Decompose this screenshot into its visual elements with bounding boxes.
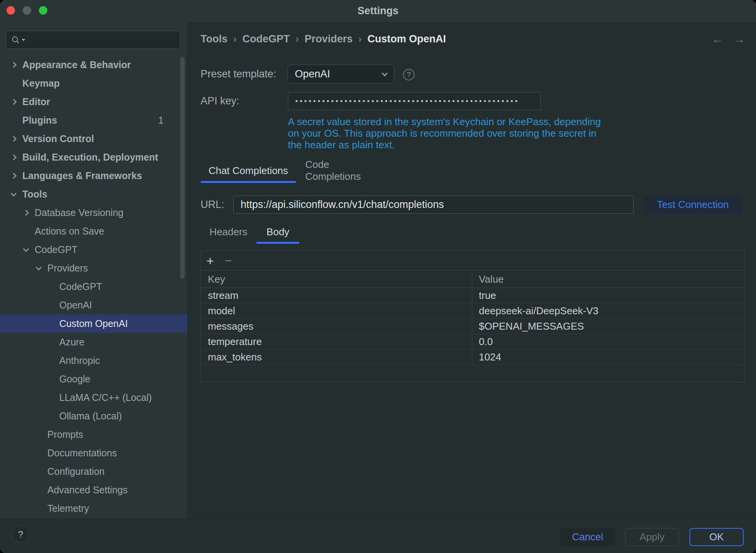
settings-tree: Appearance & BehaviorKeymapEditorPlugins… [0, 55, 187, 518]
sidebar-item-plugins[interactable]: Plugins1 [0, 111, 187, 129]
sidebar-item-codegpt[interactable]: CodeGPT [0, 277, 187, 296]
column-divider [472, 271, 472, 365]
chevron-right-icon[interactable] [22, 211, 35, 215]
sidebar-item-actions-on-save[interactable]: Actions on Save [0, 222, 187, 240]
help-button[interactable]: ? [12, 526, 29, 543]
tab-chat-completions[interactable]: Chat Completions [201, 160, 296, 181]
sidebar-item-prompts[interactable]: Prompts [0, 425, 187, 444]
chevron-right-icon[interactable] [9, 100, 22, 104]
cell-value[interactable]: $OPENAI_MESSAGES [472, 319, 744, 334]
breadcrumb-separator-icon: › [233, 33, 237, 45]
forward-arrow-icon[interactable]: → [733, 32, 745, 46]
sidebar-item-configuration[interactable]: Configuration [0, 462, 187, 481]
table-toolbar: + − [201, 251, 744, 271]
cancel-button[interactable]: Cancel [560, 528, 615, 546]
cell-value[interactable]: true [472, 288, 744, 303]
sidebar-item-label: Tools [22, 189, 47, 200]
sidebar-item-label: Database Versioning [35, 207, 124, 218]
sidebar-item-ollama-local-[interactable]: Ollama (Local) [0, 407, 187, 425]
chevron-right-icon[interactable] [9, 155, 22, 159]
chevron-down-icon[interactable] [22, 248, 35, 251]
sidebar-item-llama-c-c-local-[interactable]: LLaMA C/C++ (Local) [0, 388, 187, 407]
cell-key[interactable]: temperature [201, 334, 472, 349]
breadcrumb-item-providers[interactable]: Providers [304, 33, 353, 45]
settings-search-field[interactable] [6, 31, 181, 49]
sidebar-item-label: Languages & Frameworks [22, 170, 142, 181]
tab-body[interactable]: Body [256, 222, 299, 242]
sidebar-scrollbar-thumb[interactable] [180, 57, 185, 279]
breadcrumb-separator-icon: › [296, 33, 299, 45]
preset-template-label: Preset template: [201, 65, 276, 84]
sidebar-item-label: Prompts [47, 429, 83, 440]
back-arrow-icon[interactable]: ← [711, 32, 724, 46]
sidebar-item-label: CodeGPT [35, 244, 77, 255]
api-key-field[interactable] [288, 92, 541, 110]
sidebar-item-documentations[interactable]: Documentations [0, 444, 187, 462]
sidebar-item-keymap[interactable]: Keymap [0, 74, 187, 92]
sidebar-item-languages-frameworks[interactable]: Languages & Frameworks [0, 166, 187, 185]
url-input[interactable] [233, 196, 634, 214]
breadcrumb-item-tools[interactable]: Tools [201, 33, 227, 45]
tab-code-completions[interactable]: Code Completions [305, 160, 385, 181]
sidebar-item-label: Appearance & Behavior [22, 59, 131, 70]
sidebar-item-azure[interactable]: Azure [0, 333, 187, 351]
search-options-caret-icon[interactable] [22, 39, 25, 41]
sidebar-item-appearance-behavior[interactable]: Appearance & Behavior [0, 55, 187, 74]
cell-value[interactable]: 1024 [472, 350, 744, 365]
sidebar-item-providers[interactable]: Providers [0, 259, 187, 277]
api-key-input[interactable] [295, 97, 526, 106]
breadcrumb: Tools›CodeGPT›Providers›Custom OpenAI [201, 33, 446, 45]
table-row-messages[interactable]: messages$OPENAI_MESSAGES [201, 319, 744, 334]
chevron-right-icon[interactable] [9, 63, 22, 67]
completions-tabs: Chat Completions Code Completions [201, 160, 385, 181]
sidebar-item-label: Telemetry [47, 503, 89, 514]
sidebar-item-label: LLaMA C/C++ (Local) [59, 392, 152, 403]
search-input[interactable] [29, 35, 168, 45]
preset-help-icon[interactable]: ? [403, 69, 415, 80]
sidebar-item-custom-openai[interactable]: Custom OpenAI [0, 314, 187, 333]
sidebar-item-anthropic[interactable]: Anthropic [0, 351, 187, 370]
breadcrumb-item-codegpt[interactable]: CodeGPT [243, 33, 290, 45]
url-label: URL: [201, 196, 224, 214]
add-row-icon[interactable]: + [206, 254, 214, 267]
table-row-model[interactable]: modeldeepseek-ai/DeepSeek-V3 [201, 303, 744, 319]
sidebar-item-codegpt[interactable]: CodeGPT [0, 240, 187, 259]
chevron-down-icon[interactable] [9, 193, 22, 196]
preset-template-select[interactable]: OpenAI [288, 65, 394, 84]
sidebar-item-label: Providers [47, 263, 88, 274]
ok-button[interactable]: OK [689, 528, 744, 546]
sidebar-item-editor[interactable]: Editor [0, 92, 187, 111]
sidebar-item-tools[interactable]: Tools [0, 185, 187, 203]
sidebar-item-advanced-settings[interactable]: Advanced Settings [0, 481, 187, 499]
body-parameters-table: + − Key Value streamtruemodeldeepseek-ai… [201, 250, 744, 382]
cell-key[interactable]: max_tokens [201, 350, 472, 365]
api-key-label: API key: [201, 92, 239, 110]
sidebar-item-google[interactable]: Google [0, 370, 187, 388]
settings-content: Tools›CodeGPT›Providers›Custom OpenAI ← … [188, 22, 756, 519]
sidebar-item-telemetry[interactable]: Telemetry [0, 499, 187, 518]
chevron-right-icon[interactable] [9, 137, 22, 141]
sidebar-item-build-execution-deployment[interactable]: Build, Execution, Deployment [0, 148, 187, 166]
sidebar-item-version-control[interactable]: Version Control [0, 129, 187, 148]
cell-value[interactable]: 0.0 [472, 334, 744, 349]
apply-button[interactable]: Apply [625, 528, 679, 546]
search-icon [12, 36, 20, 44]
chevron-right-icon[interactable] [9, 174, 22, 178]
sidebar-item-label: Configuration [47, 466, 105, 477]
test-connection-button[interactable]: Test Connection [644, 196, 741, 214]
cell-key[interactable]: model [201, 303, 472, 318]
chevron-down-icon[interactable] [34, 267, 47, 270]
tab-headers[interactable]: Headers [201, 222, 256, 242]
cell-key[interactable]: messages [201, 319, 472, 334]
cell-value[interactable]: deepseek-ai/DeepSeek-V3 [472, 303, 744, 318]
table-row-temperature[interactable]: temperature0.0 [201, 334, 744, 350]
sidebar-item-openai[interactable]: OpenAI [0, 296, 187, 314]
column-header-value: Value [472, 271, 744, 288]
sidebar-item-database-versioning[interactable]: Database Versioning [0, 203, 187, 222]
sidebar-item-label: Advanced Settings [47, 484, 127, 496]
remove-row-icon[interactable]: − [225, 255, 232, 267]
table-row-stream[interactable]: streamtrue [201, 288, 744, 303]
table-row-max_tokens[interactable]: max_tokens1024 [201, 350, 744, 365]
sidebar-item-label: Documentations [47, 447, 117, 459]
cell-key[interactable]: stream [201, 288, 472, 303]
